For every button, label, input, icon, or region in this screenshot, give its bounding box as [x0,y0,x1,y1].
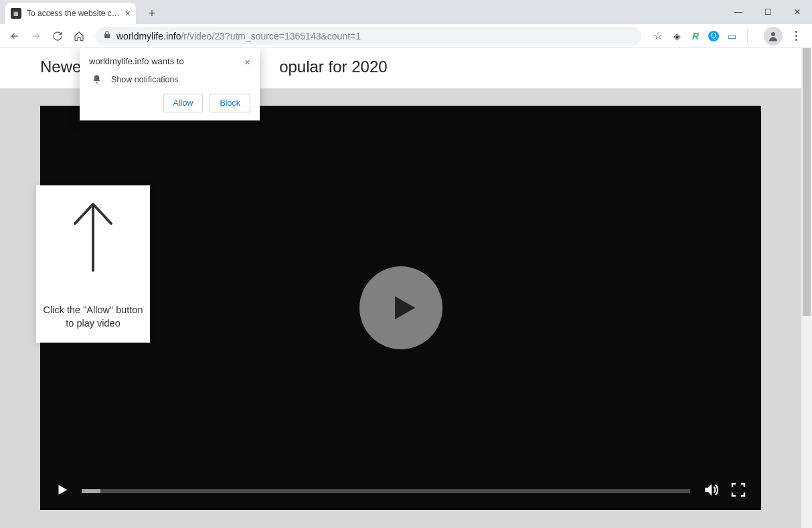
window-controls: — ☐ ✕ [724,0,812,24]
hint-text: Click the "Allow" button to play video [43,303,143,331]
extension-icon-4[interactable]: ▭ [726,30,738,42]
viewport: Newest ---------------------------------… [0,48,812,528]
scrollbar-thumb[interactable] [803,48,811,316]
play-icon [386,290,421,325]
back-button[interactable] [5,27,24,46]
tab-close-icon[interactable]: × [125,8,131,19]
reload-button[interactable] [48,27,67,46]
play-button[interactable] [55,482,70,500]
home-button[interactable] [70,27,88,46]
browser-menu-button[interactable] [789,31,803,41]
arrow-left-icon [9,31,20,41]
fullscreen-button[interactable] [730,482,746,501]
window-close-button[interactable]: ✕ [783,0,812,24]
bell-icon [92,74,102,84]
url-text: worldmylife.info/r/video/23?utm_source=1… [116,31,361,41]
play-small-icon [55,482,70,497]
big-play-button[interactable] [359,266,442,349]
notification-permission-popup: worldmylife.info wants to × Show notific… [80,48,260,120]
hint-overlay: Click the "Allow" button to play video [36,185,150,343]
toolbar-right: ☆ ◈ R Q ▭ [648,27,807,46]
scrollbar-track[interactable] [801,48,812,528]
extension-icon-3[interactable]: Q [708,31,719,41]
permission-close-button[interactable]: × [244,56,250,68]
controls-right [702,481,746,501]
progress-fill [82,489,100,493]
profile-avatar-button[interactable] [764,27,783,46]
svg-point-0 [771,32,775,36]
video-controls [40,472,761,510]
arrow-up-icon [70,200,116,274]
person-icon [767,30,779,42]
forward-button[interactable] [27,27,46,46]
separator [747,29,748,43]
address-bar[interactable]: worldmylife.info/r/video/23?utm_source=1… [95,27,641,46]
extension-icon-2[interactable]: R [689,30,702,42]
browser-tab[interactable]: ▦ To access the website click the "A × [5,3,136,24]
lock-icon [103,31,111,41]
home-icon [74,31,84,41]
window-maximize-button[interactable]: ☐ [753,0,783,24]
block-button[interactable]: Block [210,94,250,112]
new-tab-button[interactable]: + [143,4,161,23]
volume-icon [702,481,720,499]
allow-button[interactable]: Allow [163,94,204,112]
extension-icon-1[interactable]: ◈ [671,30,683,42]
volume-button[interactable] [702,481,720,501]
tab-favicon-icon: ▦ [11,8,21,19]
tab-strip: ▦ To access the website click the "A × +… [0,0,812,24]
bookmark-star-icon[interactable]: ☆ [652,30,664,42]
arrow-right-icon [31,31,42,41]
fullscreen-icon [730,482,746,498]
tab-title: To access the website click the "A [27,9,120,18]
browser-toolbar: worldmylife.info/r/video/23?utm_source=1… [0,24,812,48]
reload-icon [52,31,63,41]
permission-title: worldmylife.info wants to [89,56,184,66]
window-minimize-button[interactable]: — [724,0,753,24]
progress-bar[interactable] [82,489,690,493]
permission-item: Show notifications [111,75,179,84]
